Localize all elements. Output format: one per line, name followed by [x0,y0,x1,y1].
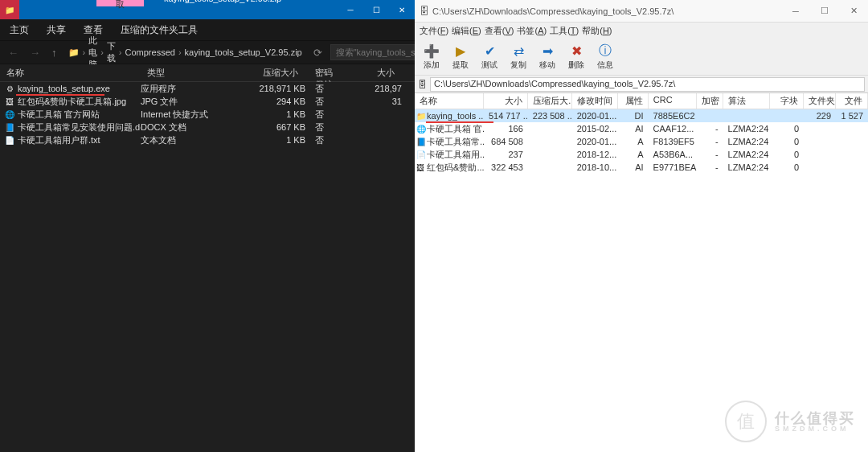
toolbar-icon: ➡ [542,43,553,60]
file-modified: 2020-01... [572,137,618,146]
col-modified[interactable]: 修改时间 [572,93,618,109]
file-name: 红包码&赞助... [427,162,484,174]
toolbar-button-移动[interactable]: ➡移动 [534,43,561,71]
search-input[interactable] [330,44,427,60]
menu-item[interactable]: 帮助(H) [582,25,612,37]
file-icon: 🖼 [416,163,427,172]
minimize-button[interactable]: ─ [781,0,810,23]
file-password: 否 [305,83,346,95]
col-folders[interactable]: 文件夹 [804,93,836,109]
file-size: 166 [484,124,528,134]
file-row[interactable]: 🌐卡硬工具箱 官方网站Internet 快捷方式1 KB否 [0,108,415,121]
toolbar-button-删除[interactable]: ✖删除 [563,43,590,71]
title-bar[interactable]: 🗄 C:\Users\ZH\Downloads\Compressed\kayin… [415,0,868,23]
file-files: 1 527 [836,111,868,121]
file-modified: 2015-02... [572,124,618,134]
file-type: 应用程序 [141,83,233,95]
file-name: 卡硬工具箱 官方网站 [16,109,141,121]
file-blocks: 0 [770,162,804,172]
close-button[interactable]: ✕ [839,0,868,23]
file-algorithm: LZMA2:24 [723,124,771,134]
file-name: 卡硬工具箱常见安装使用问题.docx [16,121,141,134]
col-size[interactable]: 大小 [346,64,402,81]
col-type[interactable]: 类型 [141,64,233,81]
file-row[interactable]: 📘卡硬工具箱常见安装使用问题.docxDOCX 文档667 KB否 [0,121,415,134]
ribbon-tab-share[interactable]: 共享 [47,23,66,37]
file-row[interactable]: 🖼红包码&赞助卡硬工具箱.jpgJPG 文件294 KB否31 [0,95,415,108]
crumb-archive[interactable]: kaying_tools_setup_V2.95.zip [185,47,302,57]
col-size[interactable]: 大小 [484,93,528,109]
toolbar-icon: ⓘ [599,43,612,60]
menu-item[interactable]: 工具(T) [550,25,579,37]
toolbar-button-添加[interactable]: ➕添加 [418,43,445,71]
file-row[interactable]: 🌐卡硬工具箱 官...1662015-02...AICAAF12...-LZMA… [415,122,868,135]
refresh-button[interactable]: ⟳ [310,47,326,59]
toolbar-icon: ▶ [456,43,465,60]
window-title: kaying_tools_setup_V2.95.zip [164,0,281,3]
col-name[interactable]: 名称 [0,64,141,81]
file-encrypted: - [697,150,723,159]
menu-item[interactable]: 文件(F) [420,25,448,37]
file-row[interactable]: ⚙kaying_tools_setup.exe应用程序218,971 KB否21… [0,82,415,95]
col-encrypted[interactable]: 加密 [697,93,723,109]
col-blocks[interactable]: 字块 [770,93,804,109]
close-button[interactable]: ✕ [389,0,415,19]
maximize-button[interactable]: ☐ [363,0,389,19]
file-size: 514 717 ... [484,111,528,121]
file-icon: 📘 [3,123,16,132]
title-bar[interactable]: 提取 kaying_tools_setup_V2.95.zip ─ ☐ ✕ [0,0,415,19]
toolbar-label: 移动 [539,60,555,71]
menu-item[interactable]: 查看(V) [485,25,514,37]
toolbar-button-复制[interactable]: ⇄复制 [505,43,532,71]
file-encrypted: - [697,137,723,146]
file-row[interactable]: 🖼红包码&赞助...322 4532018-10...AIE9771BEA-LZ… [415,161,868,174]
file-row[interactable]: 📄卡硬工具箱用户群.txt文本文档1 KB否 [0,134,415,146]
menu-item[interactable]: 书签(A) [517,25,547,37]
col-attributes[interactable]: 属性 [618,93,649,109]
toolbar: ➕添加▶提取✔测试⇄复制➡移动✖删除ⓘ信息 [415,39,868,76]
context-tab-extract[interactable]: 提取 [96,0,144,6]
toolbar-icon: ✔ [485,43,495,60]
file-icon: 📄 [3,136,16,145]
file-attr: AI [617,162,648,172]
col-crc[interactable]: CRC [649,93,697,109]
col-password[interactable]: 密码保护 [305,64,346,81]
minimize-button[interactable]: ─ [338,0,363,19]
ribbon-tab-home[interactable]: 主页 [10,23,29,37]
toolbar-button-信息[interactable]: ⓘ信息 [592,43,619,71]
col-files[interactable]: 文件 [836,93,868,109]
forward-button[interactable]: → [27,47,43,59]
path-input[interactable]: C:\Users\ZH\Downloads\Compressed\kaying_… [430,77,865,92]
crumb-compressed[interactable]: Compressed [125,47,175,57]
file-name: 卡硬工具箱用... [427,149,484,161]
explorer-window: 提取 kaying_tools_setup_V2.95.zip ─ ☐ ✕ 主页… [0,0,415,452]
col-packed-size[interactable]: 压缩后大... [528,93,572,109]
file-type: JPG 文件 [141,96,233,108]
toolbar-button-提取[interactable]: ▶提取 [447,43,474,71]
col-compressed-size[interactable]: 压缩大小 [233,64,305,81]
file-compressed-size: 218,971 KB [233,84,305,93]
file-name: kaying_tools ... [427,111,484,121]
back-button[interactable]: ← [5,47,22,59]
col-algorithm[interactable]: 算法 [723,93,771,109]
toolbar-button-测试[interactable]: ✔测试 [476,43,503,71]
file-row[interactable]: 📁kaying_tools ...514 717 ...223 508 ...2… [415,109,868,122]
toolbar-icon: ⇄ [514,43,524,60]
file-algorithm: LZMA2:24 [723,162,771,172]
toolbar-label: 测试 [481,60,497,71]
col-name[interactable]: 名称 [415,93,484,109]
watermark: 值 什么值得买 SMZDM.COM [725,401,855,442]
maximize-button[interactable]: ☐ [810,0,839,23]
file-type: DOCX 文档 [141,121,233,134]
crumb-downloads[interactable]: 下载 [107,40,116,64]
file-icon: 🖼 [3,97,16,106]
up-button[interactable]: ↑ [48,47,60,59]
columns-header: 名称 大小 压缩后大... 修改时间 属性 CRC 加密 算法 字块 文件夹 文… [415,93,868,109]
sevenzip-window: 🗄 C:\Users\ZH\Downloads\Compressed\kayin… [415,0,868,452]
app-icon [0,0,19,19]
file-row[interactable]: 📄卡硬工具箱用...2372018-12...AA53B6A...-LZMA2:… [415,148,868,161]
file-row[interactable]: 📘卡硬工具箱常...684 5082020-01...AF8139EF5-LZM… [415,135,868,148]
file-compressed-size: 667 KB [233,122,305,132]
file-password: 否 [305,134,346,146]
menu-item[interactable]: 编辑(E) [452,25,481,37]
